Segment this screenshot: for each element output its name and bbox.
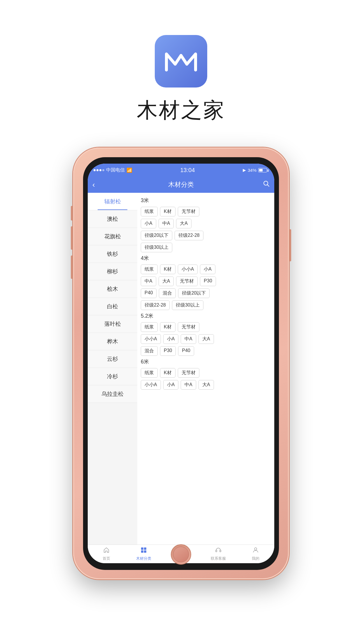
tag[interactable]: P30 [160, 346, 176, 356]
tag[interactable]: P40 [141, 288, 157, 298]
tag[interactable]: 小A [163, 334, 179, 344]
back-button[interactable]: ‹ [92, 180, 104, 189]
tags-row-2-1: 小小A 小A 中A 大A [141, 334, 271, 344]
tags-row-3-1: 小小A 小A 中A 大A [141, 380, 271, 390]
tag[interactable]: 中A [181, 380, 196, 390]
app-icon [155, 35, 207, 88]
sidebar-item-5[interactable]: 桧木 [88, 280, 137, 298]
tag[interactable]: 中A [181, 334, 196, 344]
tag[interactable]: 径级20以下 [178, 288, 210, 298]
tag[interactable]: 大A [198, 380, 214, 390]
tag[interactable]: 无节材 [178, 207, 199, 216]
carrier-label: 中国电信 [106, 167, 125, 173]
tag[interactable]: 径级30以上 [141, 243, 172, 252]
tag[interactable]: 小A [163, 380, 179, 390]
status-right: ▶ 34% [243, 168, 268, 173]
tag[interactable]: K材 [160, 207, 175, 216]
signal-dot-1 [94, 169, 96, 171]
tag[interactable]: 径级22-28 [141, 300, 170, 310]
tag[interactable]: 混合 [159, 288, 176, 298]
tag[interactable]: 纸浆 [141, 265, 158, 274]
phone-frame: 中国电信 📶 13:04 ▶ 34% [73, 148, 289, 579]
tag[interactable]: 大A [198, 334, 214, 344]
tab-wood-label: 木材分类 [136, 556, 151, 561]
tag[interactable]: 径级20以下 [141, 231, 172, 240]
status-time: 13:04 [180, 167, 195, 174]
signal-dot-4 [102, 169, 104, 171]
sidebar-item-6[interactable]: 白松 [88, 298, 137, 315]
svg-line-1 [267, 185, 269, 186]
tab-profile[interactable]: 我的 [237, 547, 274, 561]
tag[interactable]: K材 [160, 265, 175, 274]
svg-rect-10 [220, 550, 221, 552]
tag[interactable]: 大A [159, 276, 174, 286]
tab-home-label: 首页 [103, 556, 110, 561]
battery-icon [258, 168, 268, 172]
app-icon-area: 木材之家 [137, 35, 225, 124]
sidebar-item-0[interactable]: 辐射松 [88, 193, 137, 210]
sidebar-item-2[interactable]: 花旗松 [88, 228, 137, 245]
svg-rect-9 [216, 550, 217, 552]
tag[interactable]: 小A [141, 219, 156, 228]
tab-wood[interactable]: 木材分类 [125, 547, 162, 561]
sidebar-item-8[interactable]: 桦木 [88, 333, 137, 350]
tag[interactable]: 无节材 [176, 276, 198, 286]
status-left: 中国电信 📶 [94, 167, 132, 173]
tab-home[interactable]: 首页 [88, 547, 125, 561]
tag[interactable]: 混合 [141, 346, 158, 356]
wifi-icon: 📶 [126, 167, 132, 173]
tag[interactable]: 大A [176, 219, 191, 228]
search-button[interactable] [258, 181, 270, 189]
sidebar-item-9[interactable]: 云杉 [88, 350, 137, 368]
nav-bar: ‹ 木材分类 [88, 176, 274, 193]
sidebar-item-4[interactable]: 柳杉 [88, 263, 137, 280]
sidebar-item-1[interactable]: 澳松 [88, 210, 137, 228]
svg-rect-5 [144, 550, 146, 553]
tag[interactable]: 小小A [141, 380, 161, 390]
tag[interactable]: 小A [200, 265, 215, 274]
tag[interactable]: 纸浆 [141, 207, 158, 216]
tags-row-0-3: 径级30以上 [141, 243, 271, 252]
tag[interactable]: 小小A [178, 265, 198, 274]
tags-row-0-1: 小A 中A 大A [141, 219, 271, 228]
tag[interactable]: P40 [178, 346, 194, 356]
battery-body [258, 168, 267, 172]
tag[interactable]: P30 [200, 276, 216, 286]
svg-point-11 [254, 548, 257, 550]
tag[interactable]: K材 [160, 368, 175, 378]
tag[interactable]: 无节材 [178, 322, 199, 332]
home-button[interactable] [171, 544, 191, 565]
sidebar-item-7[interactable]: 落叶松 [88, 315, 137, 333]
phone-outer: 中国电信 📶 13:04 ▶ 34% [73, 148, 289, 579]
sidebar: 辐射松 澳松 花旗松 铁杉 柳杉 [88, 193, 137, 545]
phone-inner: 中国电信 📶 13:04 ▶ 34% [83, 157, 279, 570]
tag[interactable]: 小小A [141, 334, 161, 344]
home-button-inner [173, 547, 189, 562]
tag[interactable]: 中A [141, 276, 156, 286]
tag[interactable]: 纸浆 [141, 322, 158, 332]
tag[interactable]: 纸浆 [141, 368, 158, 378]
nav-title: 木材分类 [168, 180, 194, 189]
battery-tip [268, 169, 268, 172]
tag[interactable]: 无节材 [178, 368, 199, 378]
sidebar-item-10[interactable]: 冷杉 [88, 368, 137, 385]
tag[interactable]: 径级22-28 [175, 231, 203, 240]
signal-dot-2 [96, 169, 99, 171]
tags-row-0-0: 纸浆 K材 无节材 [141, 207, 271, 216]
status-bar: 中国电信 📶 13:04 ▶ 34% [88, 164, 274, 176]
section-label-3: 6米 [141, 358, 271, 365]
tag[interactable]: 径级30以上 [172, 300, 203, 310]
section-label-0: 3米 [141, 197, 271, 204]
section-label-1: 4米 [141, 255, 271, 262]
tab-support[interactable]: 联系客服 [200, 547, 237, 561]
home-icon [103, 547, 110, 555]
tag[interactable]: K材 [160, 322, 175, 332]
tag[interactable]: 中A [159, 219, 174, 228]
battery-fill [259, 169, 263, 172]
person-icon [252, 547, 259, 555]
svg-rect-3 [144, 547, 146, 550]
tags-row-1-2: P40 混合 径级20以下 [141, 288, 271, 298]
sidebar-item-11[interactable]: 乌拉圭松 [88, 385, 137, 403]
sidebar-item-3[interactable]: 铁杉 [88, 245, 137, 263]
phone-screen: 中国电信 📶 13:04 ▶ 34% [88, 164, 274, 563]
